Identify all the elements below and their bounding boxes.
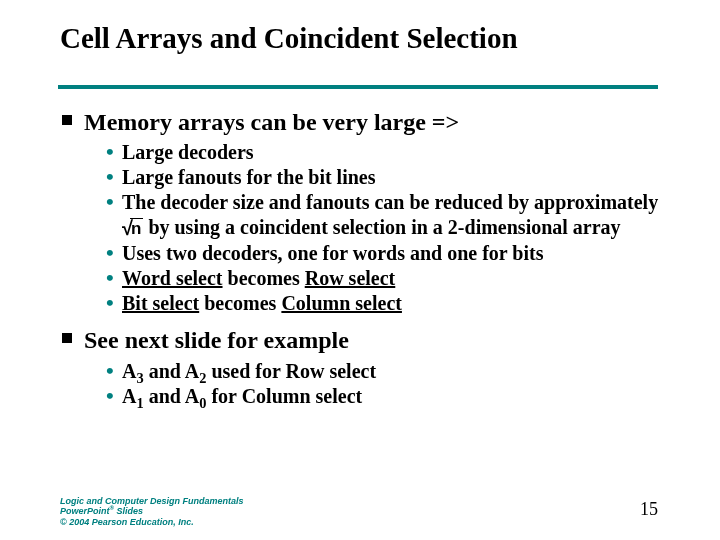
sub-bullet-text: Uses two decoders, one for words and one… [122,242,543,264]
dot-bullet-icon: • [106,140,114,164]
bullet-text: Memory arrays can be very large => [84,109,459,135]
footer-line1: Logic and Computer Design Fundamentals [60,496,244,507]
dot-bullet-icon: • [106,165,114,189]
footer-line3: © 2004 Pearson Education, Inc. [60,517,244,528]
sub-bullet-list: • Large decoders • Large fanouts for the… [62,140,672,316]
sub-bullet-text-a: The decoder size and fanouts can be redu… [122,191,658,213]
slide: Cell Arrays and Coincident Selection Mem… [0,0,720,540]
and-a-label: and A [144,385,200,407]
subscript: 1 [136,395,143,411]
footer-line2: PowerPoint® Slides [60,506,244,517]
bullet-text: See next slide for example [84,327,349,353]
used-for-text: used for Row select [206,360,376,382]
sub-bullet-text-b: by using a coincident selection in a 2-d… [143,216,620,238]
dot-bullet-icon: • [106,384,114,408]
radicand: n [130,218,143,238]
bullet-level1: See next slide for example [62,326,672,354]
sub-bullet: • A1 and A0 for Column select [62,384,672,409]
dot-bullet-icon: • [106,241,114,265]
footer-credits: Logic and Computer Design Fundamentals P… [60,496,244,528]
dot-bullet-icon: • [106,291,114,315]
content-area: Memory arrays can be very large => • Lar… [62,108,672,419]
sub-bullet: • The decoder size and fanouts can be re… [62,190,672,241]
sub-bullet-text: Large decoders [122,141,254,163]
sub-bullet-list: • A3 and A2 used for Row select • A1 and… [62,359,672,409]
sub-bullet: • Large decoders [62,140,672,165]
slides-label: Slides [114,506,143,516]
a-label: A [122,385,136,407]
sub-bullet: • Uses two decoders, one for words and o… [62,241,672,266]
sub-bullet: • Large fanouts for the bit lines [62,165,672,190]
bit-select-label: Bit select [122,292,199,314]
powerpoint-label: PowerPoint [60,506,110,516]
and-a-label: and A [144,360,200,382]
square-bullet-icon [62,115,72,125]
for-text: for Column select [206,385,362,407]
dot-bullet-icon: • [106,266,114,290]
sub-bullet-text: Large fanouts for the bit lines [122,166,376,188]
column-select-label: Column select [281,292,402,314]
square-bullet-icon [62,333,72,343]
row-select-label: Row select [305,267,396,289]
becomes-text: becomes [223,267,305,289]
a-label: A [122,360,136,382]
slide-title: Cell Arrays and Coincident Selection [60,22,518,55]
bullet-level1: Memory arrays can be very large => [62,108,672,136]
word-select-label: Word select [122,267,223,289]
sub-bullet: • Bit select becomes Column select [62,291,672,316]
sub-bullet: • A3 and A2 used for Row select [62,359,672,384]
title-rule [58,85,658,89]
becomes-text: becomes [199,292,281,314]
page-number: 15 [640,499,658,520]
sub-bullet: • Word select becomes Row select [62,266,672,291]
dot-bullet-icon: • [106,190,114,214]
sqrt-expression: √n [122,215,143,241]
dot-bullet-icon: • [106,359,114,383]
